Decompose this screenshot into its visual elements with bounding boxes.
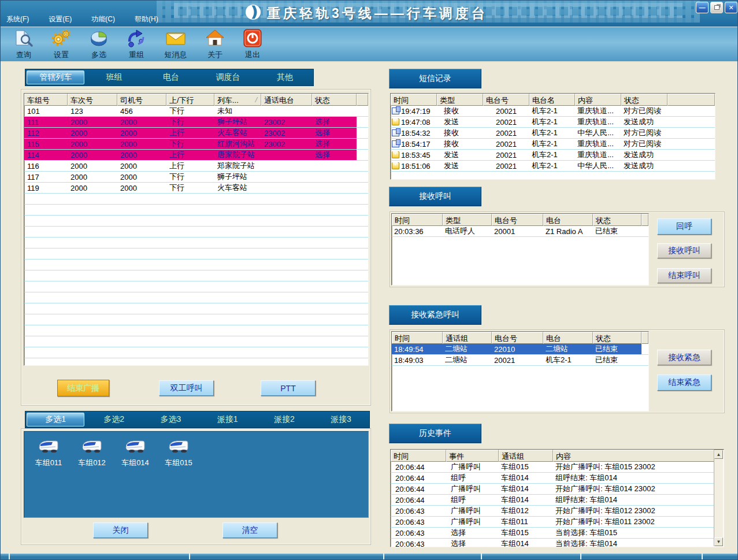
sms-row[interactable]: 19:47:19接收20021机车2-1重庆轨道...对方已阅读 bbox=[391, 106, 715, 117]
sms-row[interactable]: 18:54:17接收20021机车2-1重庆轨道...对方已阅读 bbox=[391, 139, 715, 150]
column-header[interactable]: 电台 bbox=[543, 214, 593, 226]
callback-button[interactable]: 回呼 bbox=[657, 218, 711, 235]
receive-emergency-button[interactable]: 接收紧急 bbox=[657, 350, 711, 365]
end-call-button[interactable]: 结束呼叫 bbox=[657, 268, 711, 283]
toolbar-settings-button[interactable]: 设置 bbox=[45, 28, 77, 61]
train-row[interactable]: 11220002000上行火车客站23002选择 bbox=[24, 128, 368, 139]
tab-managed-trains[interactable]: 管辖列车 bbox=[27, 71, 84, 84]
history-row[interactable]: 20:06:43选择车组014当前选择: 车组014 bbox=[391, 539, 714, 547]
train-row[interactable]: 11620002000上行郑家院子站 bbox=[24, 161, 368, 172]
close-button[interactable]: ✕ bbox=[725, 2, 737, 13]
menu-settings[interactable]: 设置(E) bbox=[45, 13, 75, 25]
call-row[interactable]: 20:03:36电话呼人20001Z1 Radio A已结束 bbox=[392, 226, 648, 237]
column-header[interactable]: 状态 bbox=[312, 94, 357, 106]
sent-envelope-icon bbox=[392, 162, 399, 169]
clear-button[interactable]: 清空 bbox=[222, 522, 277, 538]
menu-system[interactable]: 系统(F) bbox=[3, 13, 32, 25]
history-row[interactable]: 20:06:44广播呼叫车组015开始广播呼叫: 车组015 23002 bbox=[391, 462, 714, 473]
ptt-button[interactable]: PTT bbox=[261, 380, 316, 396]
column-header[interactable]: 时间 bbox=[392, 214, 443, 226]
history-row[interactable]: 20:06:43广播呼叫车组011开始广播呼叫: 车组011 23002 bbox=[391, 517, 714, 528]
tab-radio[interactable]: 电台 bbox=[143, 69, 199, 86]
train-group-item[interactable]: 车组015 bbox=[158, 437, 199, 468]
history-row[interactable]: 20:06:43选择车组015当前选择: 车组015 bbox=[391, 528, 714, 539]
train-row[interactable]: 11520002000下行红旗河沟站23002选择 bbox=[24, 139, 368, 150]
column-header[interactable]: 时间 bbox=[391, 450, 446, 462]
column-header[interactable]: 时间 bbox=[392, 332, 443, 344]
toolbar-label: 设置 bbox=[54, 50, 69, 60]
tab-dispatch-2[interactable]: 派接2 bbox=[256, 411, 313, 428]
end-broadcast-button[interactable]: 结束广播 bbox=[57, 380, 109, 396]
tab-multiselect-2[interactable]: 多选2 bbox=[86, 411, 142, 428]
column-header[interactable]: 通话组 bbox=[499, 450, 553, 462]
column-header[interactable]: 事件 bbox=[446, 450, 499, 462]
receive-call-button[interactable]: 接收呼叫 bbox=[657, 243, 711, 258]
sms-row[interactable]: 18:51:06发送20021机车2-1中华人民...发送成功 bbox=[391, 161, 715, 172]
close-panel-button[interactable]: 关闭 bbox=[93, 522, 148, 538]
column-header[interactable]: 状态 bbox=[593, 332, 641, 344]
column-header[interactable]: 状态 bbox=[593, 214, 641, 226]
tab-multiselect-1[interactable]: 多选1 bbox=[27, 413, 84, 427]
sms-row[interactable]: 18:53:45发送20021机车2-1重庆轨道...发送成功 bbox=[391, 150, 715, 161]
column-header[interactable]: 通话组 bbox=[443, 332, 492, 344]
emergency-panel-frame: 时间 通话组 电台号 电台 状态 18:49:54二塘站22010二塘站已结束1… bbox=[390, 330, 724, 413]
toolbar-multiselect-button[interactable]: 多选 bbox=[83, 28, 115, 61]
column-header[interactable]: 电台 bbox=[543, 332, 593, 344]
column-header[interactable]: 上/下行 bbox=[166, 94, 214, 106]
toolbar-regroup-button[interactable]: 重组 bbox=[120, 28, 153, 61]
column-header[interactable]: 类型 bbox=[443, 214, 492, 226]
sms-row[interactable]: 19:47:08发送20021机车2-1重庆轨道...发送成功 bbox=[391, 117, 715, 128]
menu-help[interactable]: 帮助(H) bbox=[131, 13, 162, 25]
scroll-down-button[interactable]: ▼ bbox=[714, 537, 723, 546]
column-header[interactable]: 内容 bbox=[575, 94, 621, 106]
tab-dispatch-1[interactable]: 派接1 bbox=[199, 411, 256, 428]
column-header[interactable]: 司机号 bbox=[117, 94, 166, 106]
column-header[interactable]: 内容 bbox=[553, 450, 714, 462]
tab-multiselect-3[interactable]: 多选3 bbox=[142, 411, 199, 428]
emergency-row[interactable]: 18:49:54二塘站22010二塘站已结束 bbox=[392, 344, 648, 355]
column-header[interactable]: 类型 bbox=[437, 94, 483, 106]
tab-dispatch-3[interactable]: 派接3 bbox=[313, 411, 369, 428]
duplex-call-button[interactable]: 双工呼叫 bbox=[159, 380, 214, 396]
train-group-item[interactable]: 车组011 bbox=[28, 437, 69, 468]
history-scrollbar[interactable]: ▲ ▼ bbox=[714, 450, 723, 546]
minimize-button[interactable]: — bbox=[696, 2, 709, 13]
restore-button[interactable] bbox=[710, 2, 723, 13]
column-header[interactable]: 状态 bbox=[621, 94, 667, 106]
toolbar-exit-button[interactable]: 退出 bbox=[236, 28, 269, 61]
toolbar-about-button[interactable]: 关于 bbox=[199, 28, 231, 61]
column-header-filler bbox=[667, 94, 715, 106]
tab-crew[interactable]: 班组 bbox=[86, 69, 142, 86]
train-row[interactable]: 11420002000上行唐家院子站选择 bbox=[24, 150, 368, 161]
column-header[interactable]: 列车.../ bbox=[214, 94, 261, 106]
train-row[interactable]: 11920002000下行火车客站 bbox=[24, 183, 368, 194]
train-row[interactable]: 11720002000下行狮子坪站 bbox=[24, 172, 368, 183]
emergency-row[interactable]: 18:49:03二塘站20021机车2-1已结束 bbox=[392, 355, 648, 366]
toolbar-query-button[interactable]: 查询 bbox=[8, 28, 40, 61]
sms-row[interactable]: 18:54:32接收20021机车2-1中华人民...对方已阅读 bbox=[391, 128, 715, 139]
history-row[interactable]: 20:06:44组呼车组014组呼结束: 车组014 bbox=[391, 495, 714, 506]
column-header[interactable]: 电台号 bbox=[492, 214, 543, 226]
tab-other[interactable]: 其他 bbox=[257, 69, 313, 86]
train-group-item[interactable]: 车组014 bbox=[114, 437, 156, 468]
toolbar-sms-button[interactable]: 短消息 bbox=[158, 28, 194, 61]
train-group-item[interactable]: 车组012 bbox=[71, 437, 113, 468]
column-header[interactable]: 电台号 bbox=[483, 94, 529, 106]
column-header[interactable]: 车次号 bbox=[68, 94, 117, 106]
train-row-empty bbox=[24, 303, 368, 314]
column-header[interactable]: 车组号 bbox=[24, 94, 68, 106]
column-header[interactable]: 电台名 bbox=[529, 94, 575, 106]
scroll-up-button[interactable]: ▲ bbox=[714, 450, 723, 459]
column-header[interactable]: 通话电台 bbox=[261, 94, 312, 106]
history-row[interactable]: 20:06:43广播呼叫车组012开始广播呼叫: 车组012 23002 bbox=[391, 506, 714, 517]
train-row[interactable]: 101123456下行未知 bbox=[24, 106, 368, 117]
column-header-filler bbox=[641, 332, 648, 344]
history-row[interactable]: 20:06:44组呼车组014组呼结束: 车组014 bbox=[391, 473, 714, 484]
column-header[interactable]: 时间 bbox=[391, 94, 437, 106]
end-emergency-button[interactable]: 结束紧急 bbox=[657, 374, 711, 391]
tab-dispatch-console[interactable]: 调度台 bbox=[199, 69, 256, 86]
menu-functions[interactable]: 功能(C) bbox=[88, 13, 118, 25]
history-row[interactable]: 20:06:44广播呼叫车组014开始广播呼叫: 车组014 23002 bbox=[391, 484, 714, 495]
column-header[interactable]: 电台号 bbox=[492, 332, 543, 344]
train-row[interactable]: 11120002000下行狮子坪站23002选择 bbox=[24, 117, 368, 128]
